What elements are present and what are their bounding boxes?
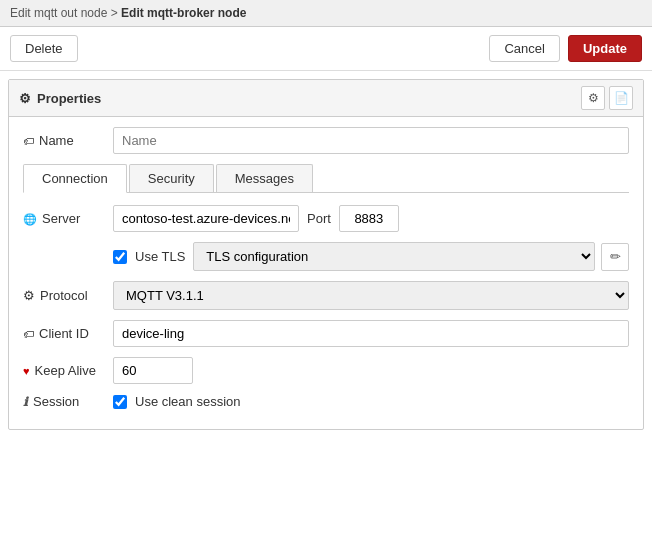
client-tag-icon: [23, 326, 34, 341]
server-input[interactable]: [113, 205, 299, 232]
tag-icon: [23, 133, 34, 148]
settings-icon-button[interactable]: ⚙: [581, 86, 605, 110]
clean-session-label[interactable]: Use clean session: [135, 394, 241, 409]
toolbar-right: Cancel Update: [489, 35, 642, 62]
server-row: Server Port: [23, 205, 629, 232]
breadcrumb-separator: >: [111, 6, 121, 20]
delete-button[interactable]: Delete: [10, 35, 78, 62]
tab-messages[interactable]: Messages: [216, 164, 313, 192]
breadcrumb-bar: Edit mqtt out node > Edit mqtt-broker no…: [0, 0, 652, 27]
keepalive-row: Keep Alive: [23, 357, 629, 384]
tls-select-wrap: TLS configuration ✏: [193, 242, 629, 271]
tab-bar: Connection Security Messages: [23, 164, 629, 193]
panel-body: Name Connection Security Messages Server…: [9, 117, 643, 429]
toolbar: Delete Cancel Update: [0, 27, 652, 71]
clean-session-checkbox[interactable]: [113, 395, 127, 409]
client-id-row: Client ID: [23, 320, 629, 347]
update-button[interactable]: Update: [568, 35, 642, 62]
breadcrumb-current: Edit mqtt-broker node: [121, 6, 246, 20]
protocol-row: Protocol MQTT V3.1.1 MQTT V5: [23, 281, 629, 310]
session-checkbox-group: Use clean session: [113, 394, 241, 409]
breadcrumb-parent: Edit mqtt out node: [10, 6, 107, 20]
tab-connection[interactable]: Connection: [23, 164, 127, 193]
client-id-input[interactable]: [113, 320, 629, 347]
name-label: Name: [23, 133, 113, 148]
panel-header: Properties ⚙ 📄: [9, 80, 643, 117]
protocol-gear-icon: [23, 288, 35, 303]
use-tls-label[interactable]: Use TLS: [135, 249, 185, 264]
tls-row: Use TLS TLS configuration ✏: [113, 242, 629, 271]
session-row: Session Use clean session: [23, 394, 629, 409]
tab-security[interactable]: Security: [129, 164, 214, 192]
panel-title: Properties: [37, 91, 101, 106]
server-input-group: Port: [113, 205, 399, 232]
main-panel: Properties ⚙ 📄 Name Connection Security …: [8, 79, 644, 430]
client-id-label: Client ID: [23, 326, 113, 341]
tls-config-select[interactable]: TLS configuration: [193, 242, 595, 271]
tls-edit-button[interactable]: ✏: [601, 243, 629, 271]
heart-icon: [23, 363, 30, 378]
panel-header-left: Properties: [19, 91, 101, 106]
protocol-select[interactable]: MQTT V3.1.1 MQTT V5: [113, 281, 629, 310]
info-icon: [23, 394, 28, 409]
protocol-label: Protocol: [23, 288, 113, 303]
globe-icon: [23, 211, 37, 226]
panel-header-right: ⚙ 📄: [581, 86, 633, 110]
keepalive-input[interactable]: [113, 357, 193, 384]
gear-icon: [19, 91, 31, 106]
name-row: Name: [23, 127, 629, 154]
name-input[interactable]: [113, 127, 629, 154]
keepalive-label: Keep Alive: [23, 363, 113, 378]
cancel-button[interactable]: Cancel: [489, 35, 559, 62]
session-label: Session: [23, 394, 113, 409]
server-label: Server: [23, 211, 113, 226]
port-input[interactable]: [339, 205, 399, 232]
port-label: Port: [307, 211, 331, 226]
use-tls-checkbox[interactable]: [113, 250, 127, 264]
doc-icon-button[interactable]: 📄: [609, 86, 633, 110]
